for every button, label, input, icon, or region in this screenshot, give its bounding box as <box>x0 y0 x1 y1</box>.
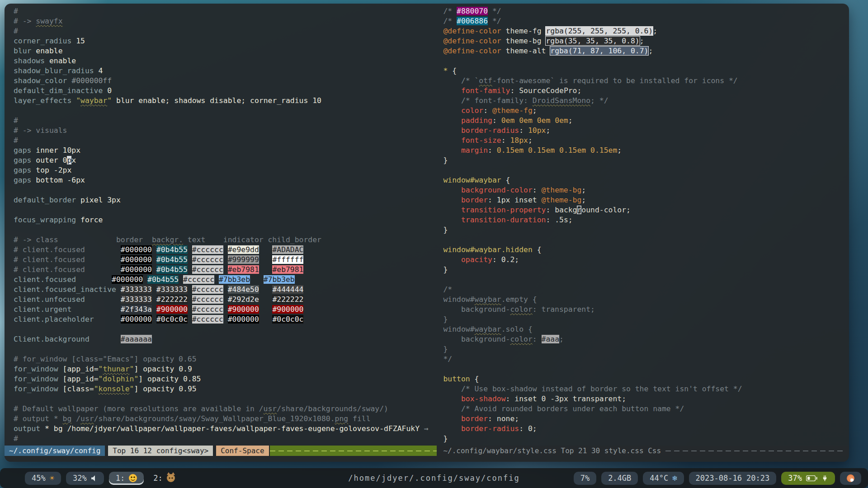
modelines: ~/.config/sway/config Top 16 12 config<s… <box>5 446 849 456</box>
code-line: corner_radius 15 <box>14 36 437 46</box>
clock-value: 2023-08-16 20:23 <box>696 474 770 483</box>
modeline-inactive-text: ~/.config/waybar/style.css Top 21 30 sty… <box>443 446 661 456</box>
plug-icon <box>821 475 828 482</box>
lightbulb-icon <box>847 474 854 482</box>
brightness-module[interactable]: 45% ☀ <box>25 472 61 485</box>
code-line <box>14 394 437 404</box>
code-line: box-shadow: inset 0 -3px transparent; <box>443 394 849 404</box>
code-line <box>14 106 437 116</box>
memory-value: 2.4GB <box>608 474 631 483</box>
code-line: button { <box>443 374 849 384</box>
code-line: blur enable <box>14 46 437 56</box>
code-line: } <box>443 344 849 354</box>
code-line: # -> visuals <box>14 126 437 136</box>
code-line: output * bg /home/jdyer/wallpaper/wallpa… <box>14 424 437 434</box>
code-line: /* `otf-font-awesome` is required to be … <box>443 76 849 86</box>
code-line <box>14 344 437 354</box>
code-line: client.unfocused #333333 #222222 #cccccc… <box>14 295 437 305</box>
temperature-value: 44°C <box>650 474 668 483</box>
volume-module[interactable]: 32% <box>66 472 104 485</box>
desktop: { "colors":{ "editor_bg":"#24292c","wall… <box>0 0 868 488</box>
code-line: background-color: #aaa; <box>443 334 849 344</box>
minibuffer[interactable] <box>5 456 849 462</box>
code-line: window#waybar { <box>443 175 849 185</box>
brightness-value: 45% <box>32 474 46 483</box>
code-line: # <box>14 26 437 36</box>
code-line: shadows enable <box>14 56 437 66</box>
code-line: client.focused #000000 #0b4b55 #cccccc #… <box>14 275 437 285</box>
waybar-css-buffer[interactable]: /* #880070 *//* #006886 */@define-color … <box>437 4 849 446</box>
memory-module[interactable]: 2.4GB <box>601 472 638 485</box>
code-line: border: none; <box>443 414 849 424</box>
code-line: default_border pixel 3px <box>14 195 437 205</box>
code-line: /* Use box-shadow instead of border so t… <box>443 384 849 394</box>
modeline-inactive-filler <box>665 450 844 451</box>
emacs-window: ## -> swayfx#corner_radius 15blur enable… <box>5 4 849 462</box>
code-line: # client.focused #000000 #0b4b55 #cccccc… <box>14 255 437 265</box>
code-line: border-radius: 10px; <box>443 126 849 136</box>
code-line: padding: 0em 0em 0em 0em; <box>443 116 849 126</box>
code-line: @define-color theme-fg rgba(255, 255, 25… <box>443 26 849 36</box>
modeline-file-path: ~/.config/sway/config <box>5 446 105 456</box>
code-line: # <box>14 434 437 444</box>
code-line: font-family: SourceCodePro; <box>443 86 849 96</box>
battery-icon <box>806 475 817 481</box>
code-line: color: @theme-fg; <box>443 106 849 116</box>
smiley-emoji <box>129 474 137 482</box>
code-line: # -> class border backgr. text indicator… <box>14 235 437 245</box>
code-line: border-radius: 0; <box>443 424 849 434</box>
code-line: # client.focused #000000 #0b4b55 #cccccc… <box>14 245 437 255</box>
code-line <box>443 56 849 66</box>
code-line: for_window [app_id="dolphin"] opacity 0.… <box>14 374 437 384</box>
code-line: gaps bottom -6px <box>14 175 437 185</box>
code-line <box>443 235 849 245</box>
code-line: * { <box>443 66 849 76</box>
code-line <box>14 324 437 334</box>
code-line: } <box>443 265 849 275</box>
cat-emoji <box>167 474 175 482</box>
code-line: background-color: transparent; <box>443 305 849 314</box>
code-line: gaps inner 10px <box>14 145 437 155</box>
code-line: border: 1px inset @theme-bg; <box>443 195 849 205</box>
workspace-2[interactable]: 2: <box>149 472 179 485</box>
sun-icon: ☀ <box>50 474 54 483</box>
idle-inhibitor-module[interactable] <box>840 472 861 485</box>
waybar-left-modules: 45% ☀ 32% 1: 2: <box>25 468 179 488</box>
modeline-inactive: ~/.config/waybar/style.css Top 21 30 sty… <box>437 446 849 456</box>
code-line: layer_effects "waybar" blur enable; shad… <box>14 96 437 106</box>
waybar-right-modules: 7% 2.4GB 44°C ❄ 2023-08-16 20:23 37% <box>574 468 861 488</box>
code-line: opacity: 0.2; <box>443 255 849 265</box>
code-line: /* font-family: DroidSansMono; */ <box>443 96 849 106</box>
code-line <box>14 225 437 235</box>
cpu-module[interactable]: 7% <box>574 472 596 485</box>
snowflake-icon: ❄ <box>672 474 677 483</box>
code-line: # Default wallpaper (more resolutions ar… <box>14 404 437 414</box>
code-line <box>14 185 437 195</box>
code-line <box>443 275 849 285</box>
code-line: client.placeholder #000000 #0c0c0c #cccc… <box>14 314 437 324</box>
code-line: } <box>443 225 849 235</box>
waybar: 45% ☀ 32% 1: 2: /home/jdyer/.config/sway… <box>0 468 868 488</box>
code-line: } <box>443 434 849 444</box>
sway-config-buffer[interactable]: ## -> swayfx#corner_radius 15blur enable… <box>5 4 437 446</box>
temperature-module[interactable]: 44°C ❄ <box>643 472 684 485</box>
modeline-position: Top 16 12 config<sway> <box>108 446 213 456</box>
window-title: /home/jdyer/.config/sway/config <box>348 474 519 483</box>
code-line: client.focused_inactive #333333 #333333 … <box>14 285 437 295</box>
workspace-1[interactable]: 1: <box>109 472 144 485</box>
code-line: gaps outer 0px <box>14 155 437 165</box>
speaker-icon <box>91 475 97 482</box>
code-line: # <box>14 136 437 145</box>
code-line: default_dim_inactive 0 <box>14 86 437 96</box>
code-line: @define-color theme-bg rgba(35, 35, 35, … <box>443 36 849 46</box>
battery-module[interactable]: 37% <box>781 472 835 485</box>
cpu-value: 7% <box>580 474 590 483</box>
code-line: */ <box>443 354 849 364</box>
code-line: } <box>443 155 849 165</box>
code-line: window#waybar.solo { <box>443 324 849 334</box>
code-line: Client.background #aaaaaa <box>14 334 437 344</box>
code-line: # -> swayfx <box>14 16 437 26</box>
code-line: # output * bg /usr/share/backgrounds/swa… <box>14 414 437 424</box>
code-line: window#waybar.hidden { <box>443 245 849 255</box>
clock-module[interactable]: 2023-08-16 20:23 <box>689 472 777 485</box>
